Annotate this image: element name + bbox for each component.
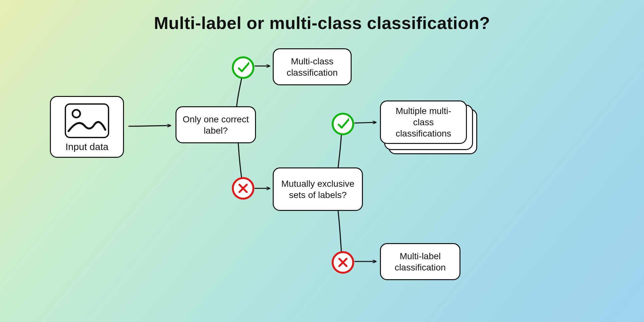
node-input-data: Input data (50, 96, 124, 158)
check-icon (332, 113, 354, 135)
node-leaf-multiple-text: Multiple multi-class classifications (387, 105, 460, 139)
check-icon (232, 56, 254, 79)
node-leaf-multiple: Multiple multi-class classifications (380, 100, 467, 144)
arrow-icon (355, 122, 376, 123)
node-decision-mutually-exclusive: Mutually exclusive sets of labels? (273, 167, 363, 211)
svg-point-0 (72, 110, 80, 118)
node-leaf-multilabel: Multi-label classification (380, 243, 460, 280)
cross-icon (232, 177, 254, 200)
node-decision-one-label-text: Only one correct label? (182, 114, 249, 136)
node-decision-one-label: Only one correct label? (175, 106, 256, 143)
arrow-icon (129, 126, 171, 126)
svg-rect-1 (67, 105, 107, 136)
node-decision-mutually-exclusive-text: Mutually exclusive sets of labels? (279, 178, 356, 201)
node-leaf-multilabel-text: Multi-label classification (387, 251, 454, 273)
diagram-title: Multi-label or multi-class classificatio… (0, 13, 644, 33)
cross-icon (332, 251, 354, 274)
node-leaf-multiclass: Multi-class classification (273, 48, 352, 85)
node-leaf-multiclass-text: Multi-class classification (279, 56, 345, 78)
image-icon (65, 103, 109, 138)
node-input-label: Input data (61, 141, 113, 152)
node-leaf-multiple-stack: Multiple multi-class classifications (380, 100, 477, 150)
